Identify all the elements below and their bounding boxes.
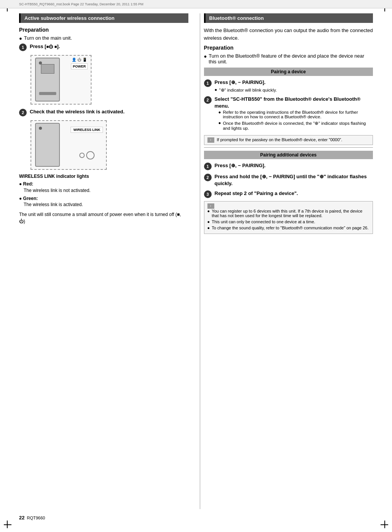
pairing-step2-sub1: ● Refer to the operating instructions of… bbox=[215, 110, 373, 119]
add-step1-content: Press [⊕, − PAIRING]. bbox=[215, 162, 373, 169]
wireless-circle-small bbox=[79, 153, 85, 158]
device-slot bbox=[39, 92, 56, 95]
pairing-device-header: Pairing a device bbox=[204, 68, 373, 76]
left-step1: 1 Press [■⏻ ■]. bbox=[19, 43, 188, 51]
corner-mark-bl bbox=[4, 517, 15, 528]
power-label: POWER bbox=[71, 63, 88, 69]
left-section-header: Active subwoofer wireless connection bbox=[19, 13, 188, 23]
bullet-icon: ● bbox=[19, 35, 22, 41]
step1-num: 1 bbox=[19, 44, 27, 51]
icon-row: 👤 ⏻ 📱 bbox=[72, 58, 87, 62]
left-prep-heading: Preparation bbox=[19, 27, 188, 33]
info-icon-2: i bbox=[207, 203, 214, 209]
bullet-icon-right: ● bbox=[204, 53, 207, 59]
main-unit-illustration: 👤 ⏻ 📱 POWER bbox=[31, 55, 92, 105]
wireless-body bbox=[35, 123, 60, 167]
add-step2-num: 2 bbox=[204, 174, 212, 181]
red-indicator: ● Red: The wireless link is not activate… bbox=[19, 181, 188, 194]
divider bbox=[204, 147, 373, 148]
wireless-label: WIRELESS LINK bbox=[71, 127, 103, 133]
wireless-circles bbox=[79, 151, 95, 160]
add-step3: 3 Repeat step 2 of "Pairing a device". bbox=[204, 190, 373, 198]
note-box-1: i If prompted for the passkey on the Blu… bbox=[204, 135, 373, 145]
note2-bullet-item: ●You can register up to 6 devices with t… bbox=[207, 209, 370, 218]
green-indicator: ● Green: The wireless link is activated. bbox=[19, 195, 188, 208]
header-text: SC-HTB550_RQT9660_mst.book Page 22 Tuesd… bbox=[19, 2, 143, 6]
left-column: Active subwoofer wireless connection Pre… bbox=[19, 13, 192, 509]
wireless-dot bbox=[39, 127, 42, 130]
footer-note: The unit will still consume a small amou… bbox=[19, 211, 188, 225]
add-step2: 2 Press and hold the [⊕, − PAIRING] unti… bbox=[204, 173, 373, 187]
info-icon-1: i bbox=[207, 137, 214, 143]
device-screen bbox=[41, 64, 54, 74]
main-content: Active subwoofer wireless connection Pre… bbox=[19, 13, 373, 509]
pairing-step2: 2 Select "SC-HTB550" from the Bluetooth®… bbox=[204, 96, 373, 132]
device-body bbox=[35, 58, 60, 102]
note-box-2: i ●You can register up to 6 devices with… bbox=[204, 201, 373, 234]
step1-title: Press [■⏻ ■]. bbox=[30, 43, 188, 50]
add-step2-title: Press and hold the [⊕, − PAIRING] until … bbox=[215, 173, 373, 187]
wireless-link-illustration: · · · WIRELESS LINK bbox=[31, 120, 107, 170]
right-column: Bluetooth® connection With the Bluetooth… bbox=[200, 13, 373, 509]
step2-content: Check that the wireless link is activate… bbox=[30, 108, 188, 115]
wireless-circle-large bbox=[86, 151, 95, 160]
note2-bullet-item: ●This unit can only be connected to one … bbox=[207, 219, 370, 224]
step2-num: 2 bbox=[19, 109, 27, 116]
pairing-step1-title: Press [⊕, − PAIRING]. bbox=[215, 79, 373, 86]
indicator-lights-section: WIRELESS LINK indicator lights ● Red: Th… bbox=[19, 174, 188, 225]
pairing-step1-sub: ● "⊕" indicator will blink quickly. bbox=[215, 87, 373, 93]
page-footer: 22 RQT9660 bbox=[19, 515, 373, 521]
right-section-header: Bluetooth® connection bbox=[204, 13, 373, 23]
pairing-step1: 1 Press [⊕, − PAIRING]. ● "⊕" indicator … bbox=[204, 79, 373, 93]
step1-content: Press [■⏻ ■]. bbox=[30, 43, 188, 50]
right-prep-heading: Preparation bbox=[204, 45, 373, 51]
pairing-additional-header: Pairing additional devices bbox=[204, 151, 373, 159]
note2-bullets: ●You can register up to 6 devices with t… bbox=[207, 209, 370, 230]
page-header: SC-HTB550_RQT9660_mst.book Page 22 Tuesd… bbox=[0, 0, 392, 8]
add-step1: 1 Press [⊕, − PAIRING]. bbox=[204, 162, 373, 170]
pairing-step1-num: 1 bbox=[204, 79, 212, 87]
step2-title: Check that the wireless link is activate… bbox=[30, 108, 188, 115]
pairing-step1-content: Press [⊕, − PAIRING]. ● "⊕" indicator wi… bbox=[215, 79, 373, 93]
pairing-step2-sub2: ● Once the Bluetooth® device is connecte… bbox=[215, 121, 373, 131]
add-step3-content: Repeat step 2 of "Pairing a device". bbox=[215, 190, 373, 197]
left-step2: 2 Check that the wireless link is activa… bbox=[19, 108, 188, 116]
note2-bullet-item: ●To change the sound quality, refer to "… bbox=[207, 226, 370, 230]
add-step1-title: Press [⊕, − PAIRING]. bbox=[215, 162, 373, 169]
page-code: RQT9660 bbox=[27, 516, 45, 520]
right-prep-bullet: ● Turn on the Bluetooth® feature of the … bbox=[204, 53, 373, 64]
add-step3-title: Repeat step 2 of "Pairing a device". bbox=[215, 190, 373, 197]
add-step2-content: Press and hold the [⊕, − PAIRING] until … bbox=[215, 173, 373, 187]
left-prep-bullet: ● Turn on the main unit. bbox=[19, 35, 188, 41]
intro-text: With the Bluetooth® connection you can o… bbox=[204, 27, 373, 42]
page-number: 22 bbox=[19, 515, 24, 521]
add-step3-num: 3 bbox=[204, 190, 212, 198]
indicator-heading: WIRELESS LINK indicator lights bbox=[19, 174, 188, 179]
pairing-step2-content: Select "SC-HTB550" from the Bluetooth® d… bbox=[215, 96, 373, 132]
corner-mark-br bbox=[377, 517, 388, 528]
pairing-step2-title: Select "SC-HTB550" from the Bluetooth® d… bbox=[215, 96, 373, 110]
add-step1-num: 1 bbox=[204, 163, 212, 170]
pairing-step2-num: 2 bbox=[204, 96, 212, 104]
